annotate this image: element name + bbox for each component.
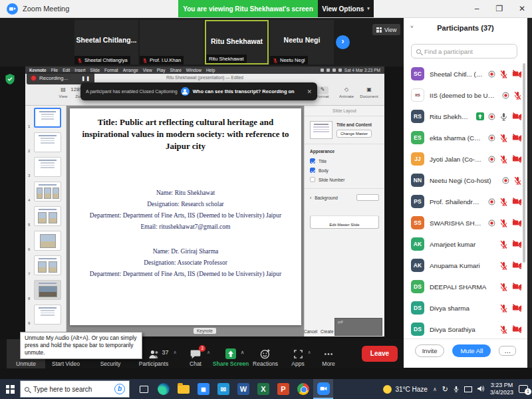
menu-item[interactable]: Format: [104, 68, 118, 72]
slide-thumbnail-8[interactable]: 8: [25, 278, 66, 303]
participant-row[interactable]: IIS IIS (deemed to be Unive... (Host): [404, 84, 527, 106]
slide-thumbnail-7[interactable]: 7: [25, 253, 66, 278]
camera-icon: [512, 70, 522, 78]
participant-status-icons: [499, 240, 522, 249]
menu-item[interactable]: Play: [157, 68, 166, 72]
share-screen-button[interactable]: ∧ Share Screen: [210, 342, 251, 367]
participant-row[interactable]: AK Amarjeet kumar: [404, 233, 527, 255]
taskbar-app-task-view[interactable]: [134, 379, 154, 399]
participant-row[interactable]: AK Anupama Kumari: [404, 255, 527, 276]
start-button[interactable]: [0, 379, 20, 399]
slide-thumbnail-1[interactable]: 1: [25, 106, 66, 130]
participant-search-box[interactable]: [411, 44, 517, 59]
participant-row[interactable]: ES ekta sharma (Co-host): [404, 127, 527, 148]
taskbar-search-box[interactable]: Type here to search b: [20, 380, 130, 398]
chevron-up-icon[interactable]: ∧: [307, 350, 311, 355]
appearance-checkbox-body[interactable]: Body: [305, 166, 384, 175]
background-row[interactable]: › Background: [305, 188, 384, 206]
notification-close-icon[interactable]: ✕: [307, 88, 312, 95]
participant-row[interactable]: DS DEEPALI SHARMA: [404, 276, 527, 297]
chat-button[interactable]: 3 ∧ Chat: [181, 342, 210, 367]
taskbar-app-zoom[interactable]: [313, 379, 333, 399]
taskbar-app-powerpoint[interactable]: P: [273, 379, 293, 399]
participant-row[interactable]: DS Divya sharma: [404, 297, 527, 319]
keynote-tab-document[interactable]: ▣Document: [358, 86, 380, 98]
participant-row[interactable]: SS SWARISHA SHAR... (Co-host): [404, 212, 527, 233]
taskbar-app-chrome[interactable]: [293, 379, 313, 399]
panel-scrollbar[interactable]: [523, 63, 525, 263]
slide-thumbnail-6[interactable]: 6: [25, 229, 66, 253]
checkbox-icon[interactable]: [310, 158, 315, 164]
video-tile[interactable]: Prof. I.U.Khan: [140, 20, 203, 65]
invite-button[interactable]: Invite: [415, 344, 445, 357]
slide-thumbnail-2[interactable]: 2: [25, 130, 66, 155]
tray-display-icon[interactable]: [464, 386, 472, 392]
weather-widget[interactable]: 31°C Haze: [383, 385, 427, 394]
video-tile[interactable]: Neetu Negi Neetu Negi: [270, 20, 334, 65]
checkbox-icon[interactable]: [310, 168, 315, 173]
keynote-tab-animate[interactable]: ◇Animate: [335, 86, 358, 98]
leave-button[interactable]: Leave: [362, 346, 398, 362]
participant-row[interactable]: PS Prof. Shailendra ... (Co-host): [404, 191, 527, 212]
notification-link-text[interactable]: Who can see this transcript? Recording o…: [193, 88, 295, 94]
slide-thumbnail-5[interactable]: 5: [25, 204, 66, 229]
video-tile[interactable]: Sheetal Chitlang... Sheetal Chitlangiya: [74, 20, 138, 65]
participant-row[interactable]: RS Ritu Shekhaw... (Co-host): [404, 106, 527, 127]
participant-search-input[interactable]: [424, 48, 512, 55]
participant-row[interactable]: SC Sheetal Chitl... (Co-host, me): [404, 63, 527, 84]
pause-recording-icon[interactable]: ❚❚: [81, 76, 90, 81]
participant-row[interactable]: NN Neetu Negi (Co-host): [404, 170, 527, 191]
meeting-security-shield-icon[interactable]: [5, 73, 15, 85]
strip-view-label: View: [384, 27, 396, 33]
update-icon[interactable]: ↻: [442, 385, 448, 394]
close-button[interactable]: ✕: [515, 3, 529, 15]
video-tile[interactable]: Ritu Shekhawat Ritu Shekhawat: [205, 20, 269, 65]
menubar-status-icon: [332, 68, 336, 72]
background-color-swatch[interactable]: [356, 194, 379, 201]
more-button[interactable]: More: [315, 342, 342, 367]
taskbar-app-mail[interactable]: ✉: [213, 379, 233, 399]
menu-item[interactable]: View: [143, 68, 152, 72]
taskbar-app-store[interactable]: ▦: [194, 379, 213, 399]
edit-master-slide-button[interactable]: Edit Master Slide: [310, 215, 379, 229]
menu-item[interactable]: Help: [206, 68, 215, 72]
menu-item[interactable]: Window: [186, 68, 201, 72]
panel-more-button[interactable]: …: [499, 346, 516, 356]
chevron-up-icon[interactable]: ∧: [173, 350, 176, 355]
slide-thumbnail-3[interactable]: 3: [25, 155, 66, 180]
dialog-cancel-button[interactable]: Cancel: [304, 329, 317, 334]
appearance-checkbox-title[interactable]: Title: [305, 156, 384, 166]
minimize-button[interactable]: –: [469, 3, 484, 15]
change-master-button[interactable]: Change Master: [336, 130, 372, 138]
slide-thumbnail-4[interactable]: 4: [25, 180, 66, 204]
action-center-icon[interactable]: 1: [519, 385, 528, 393]
maximize-button[interactable]: ❐: [492, 3, 507, 15]
participant-row[interactable]: DS Divya Sorathiya: [404, 319, 527, 340]
checkbox-icon[interactable]: [310, 177, 315, 182]
menu-item[interactable]: Arrange: [123, 68, 138, 72]
participant-row[interactable]: JJ Jyoti Jalan (Co-host): [404, 148, 527, 170]
strip-view-button[interactable]: View: [372, 24, 400, 35]
taskbar-clock[interactable]: 3:23 PM 3/4/2023: [490, 382, 513, 396]
collapse-chevron-icon[interactable]: ˅: [410, 24, 414, 30]
taskbar-app-file-explorer[interactable]: [174, 379, 194, 399]
mic-icon: [499, 283, 508, 291]
slide-text-line: Department: Department of Fine Arts, IIS…: [70, 269, 301, 280]
taskbar-app-excel[interactable]: X: [253, 379, 273, 399]
tray-volume-icon[interactable]: [477, 383, 485, 395]
apps-button[interactable]: ∧ Apps: [285, 342, 311, 367]
appearance-checkbox-slide-number[interactable]: Slide Number: [305, 175, 384, 184]
chevron-up-icon[interactable]: ∧: [241, 350, 244, 355]
next-videos-arrow-button[interactable]: ›: [336, 35, 350, 49]
menu-item[interactable]: Share: [170, 68, 181, 72]
taskbar-app-word[interactable]: W: [233, 379, 253, 399]
mute-all-button[interactable]: Mute All: [452, 344, 491, 357]
tray-mic-icon[interactable]: [453, 383, 460, 395]
dialog-create-button[interactable]: Create: [321, 329, 334, 334]
tile-name-label: Sheetal Chitlangiya: [74, 56, 130, 65]
view-options-button[interactable]: View Options ▾: [318, 0, 374, 17]
hidden-icons-chevron[interactable]: ∧: [433, 386, 437, 392]
slide-thumbnail-9[interactable]: 9: [25, 303, 66, 327]
reactions-button[interactable]: Reactions: [247, 342, 283, 367]
taskbar-app-edge[interactable]: [154, 379, 174, 399]
